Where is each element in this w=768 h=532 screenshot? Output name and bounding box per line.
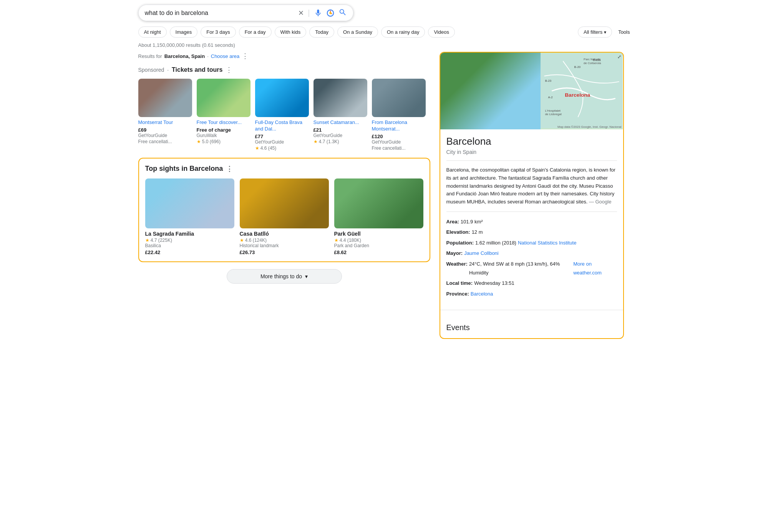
location-row: Results for Barcelona, Spain · Choose ar… — [138, 52, 430, 60]
left-column: Results for Barcelona, Spain · Choose ar… — [138, 52, 430, 339]
location-name: Barcelona, Spain — [164, 53, 205, 59]
choose-area-link[interactable]: Choose area — [211, 53, 239, 59]
chip-for-3-days[interactable]: For 3 days — [201, 26, 236, 38]
all-filters-button[interactable]: All filters ▾ — [578, 26, 612, 38]
tour-cards-container: Montserrat Tour £69 GetYourGuide Free ca… — [138, 79, 430, 151]
tour-provider-2: GetYourGuide — [255, 139, 309, 145]
sight-card-0[interactable]: La Sagrada Familia ★ 4.7 (225K) Basilica… — [145, 178, 234, 255]
search-icons: ✕ | — [298, 8, 347, 18]
chip-on-a-rainy-day[interactable]: On a rainy day — [381, 26, 425, 38]
svg-text:de Collserola: de Collserola — [584, 61, 601, 65]
separator-dot: · — [207, 53, 209, 59]
tour-card-2[interactable]: Full-Day Costa Brava and Dal... £77 GetY… — [255, 79, 309, 151]
search-input[interactable] — [145, 10, 299, 17]
kg-description: Barcelona, the cosmopolitan capital of S… — [446, 166, 617, 212]
results-for-label: Results for — [138, 53, 162, 59]
tour-card-img-0 — [138, 79, 192, 117]
sight-card-2[interactable]: Park Güell ★ 4.4 (180K) Park and Garden … — [334, 178, 423, 255]
kg-fact-area: Area: 101.9 km² — [446, 217, 617, 226]
more-options-icon[interactable]: ⋮ — [242, 52, 249, 60]
more-things-label: More things to do — [260, 273, 302, 279]
kg-events-section: Events — [440, 314, 623, 338]
events-label: Events — [446, 323, 617, 332]
search-button[interactable] — [338, 8, 347, 18]
tour-card-img-2 — [255, 79, 309, 117]
kg-fact-pop-link[interactable]: National Statistics Institute — [518, 238, 576, 247]
tour-title-0: Montserrat Tour — [138, 119, 192, 126]
chip-on-a-sunday[interactable]: On a Sunday — [337, 26, 378, 38]
chip-videos[interactable]: Videos — [428, 26, 455, 38]
clear-icon[interactable]: ✕ — [298, 9, 304, 17]
sight-name-2: Park Güell — [334, 231, 423, 237]
kg-fact-weather: Weather: 24°C, Wind SW at 8 mph (13 km/h… — [446, 259, 617, 278]
tour-card-4[interactable]: From Barcelona Montserrat... £120 GetYou… — [372, 79, 426, 151]
tour-card-1[interactable]: Free Tour discover... Free of charge Gur… — [197, 79, 250, 151]
map-placeholder: Barcelona Parc Natural de Collserola Bad… — [541, 53, 623, 129]
top-sights-box: Top sights in Barcelona ⋮ La Sagrada Fam… — [138, 158, 430, 262]
svg-text:Barcelona: Barcelona — [565, 92, 591, 98]
tour-note-0: Free cancellati... — [138, 139, 192, 144]
kg-fact-weather-link[interactable]: More on weather.com — [573, 259, 617, 278]
search-box: ✕ | — [138, 5, 353, 21]
tour-provider-3: GetYourGuide — [314, 133, 367, 138]
kg-body: Barcelona City in Spain Barcelona, the c… — [440, 129, 623, 306]
svg-text:B-23: B-23 — [545, 79, 551, 83]
tour-title-2: Full-Day Costa Brava and Dal... — [255, 119, 309, 132]
tour-price-2: £77 — [255, 134, 309, 139]
tour-provider-1: GuruWalk — [197, 133, 250, 138]
sight-price-2: £8.62 — [334, 249, 423, 255]
tools-button[interactable]: Tools — [618, 29, 630, 35]
expand-map-icon[interactable]: ⤢ — [617, 54, 621, 59]
kg-fact-province-link[interactable]: Barcelona — [471, 289, 493, 298]
kg-fact-weather-value: 24°C, Wind SW at 8 mph (13 km/h), 64% Hu… — [469, 259, 570, 278]
chip-images[interactable]: Images — [170, 26, 198, 38]
tour-price-1: Free of charge — [197, 127, 250, 133]
tickets-tours-title: Tickets and tours — [172, 66, 222, 73]
sight-rating-0: ★ 4.7 (225K) — [145, 238, 234, 243]
chip-with-kids[interactable]: With kids — [275, 26, 307, 38]
tour-price-3: £21 — [314, 127, 367, 133]
kg-fact-province: Province: Barcelona — [446, 289, 617, 298]
tour-rating-2: ★ 4.6 (45) — [255, 145, 309, 151]
right-column: Barcelona Parc Natural de Collserola Bad… — [440, 52, 624, 339]
kg-photo — [440, 53, 541, 129]
sight-type-1: Historical landmark — [240, 243, 329, 248]
kg-fact-elevation-label: Elevation: — [446, 228, 470, 236]
sight-rating-2: ★ 4.4 (180K) — [334, 238, 423, 243]
mic-icon[interactable] — [314, 9, 322, 17]
kg-fact-mayor-label: Mayor: — [446, 249, 463, 258]
chip-for-a-day[interactable]: For a day — [239, 26, 272, 38]
sight-img-2 — [334, 178, 423, 228]
chip-today[interactable]: Today — [309, 26, 334, 38]
tour-card-img-4 — [372, 79, 426, 117]
sight-card-1[interactable]: Casa Batlló ★ 4.6 (124K) Historical land… — [240, 178, 329, 255]
tour-card-0[interactable]: Montserrat Tour £69 GetYourGuide Free ca… — [138, 79, 192, 151]
svg-text:B-20: B-20 — [574, 65, 581, 69]
kg-fact-population: Population: 1.62 million (2018) National… — [446, 238, 617, 247]
kg-fact-weather-label: Weather: — [446, 259, 468, 268]
more-things-button[interactable]: More things to do ▾ — [227, 269, 342, 284]
kg-map[interactable]: Barcelona Parc Natural de Collserola Bad… — [541, 53, 623, 129]
sight-price-0: £22.42 — [145, 249, 234, 255]
map-copyright: Map data ©2023 Google, Inst. Geogr. Naci… — [557, 125, 621, 129]
lens-icon[interactable] — [326, 9, 335, 17]
tour-card-img-3 — [314, 79, 367, 117]
chip-at-night[interactable]: At night — [138, 26, 167, 38]
kg-fact-pop-label: Population: — [446, 238, 474, 247]
kg-fact-elevation-value: 12 m — [472, 228, 483, 236]
kg-description-source: — Google — [589, 199, 612, 205]
kg-fact-mayor-link[interactable]: Jaume Collboni — [464, 249, 499, 258]
tour-card-3[interactable]: Sunset Catamaran... £21 GetYourGuide ★ 4… — [314, 79, 367, 151]
kg-fact-localtime: Local time: Wednesday 13:51 — [446, 279, 617, 287]
sight-name-1: Casa Batlló — [240, 231, 329, 237]
sights-more-icon[interactable]: ⋮ — [226, 165, 233, 173]
svg-text:Bada: Bada — [593, 58, 601, 62]
main-layout: Results for Barcelona, Spain · Choose ar… — [138, 52, 630, 339]
kg-subtitle: City in Spain — [446, 149, 617, 161]
dot-separator: · — [167, 67, 169, 73]
sponsored-more-icon[interactable]: ⋮ — [226, 66, 232, 74]
knowledge-graph-panel: Barcelona Parc Natural de Collserola Bad… — [440, 52, 624, 339]
tour-price-0: £69 — [138, 127, 192, 133]
kg-title: Barcelona — [446, 135, 617, 147]
chevron-down-icon: ▾ — [604, 30, 606, 35]
